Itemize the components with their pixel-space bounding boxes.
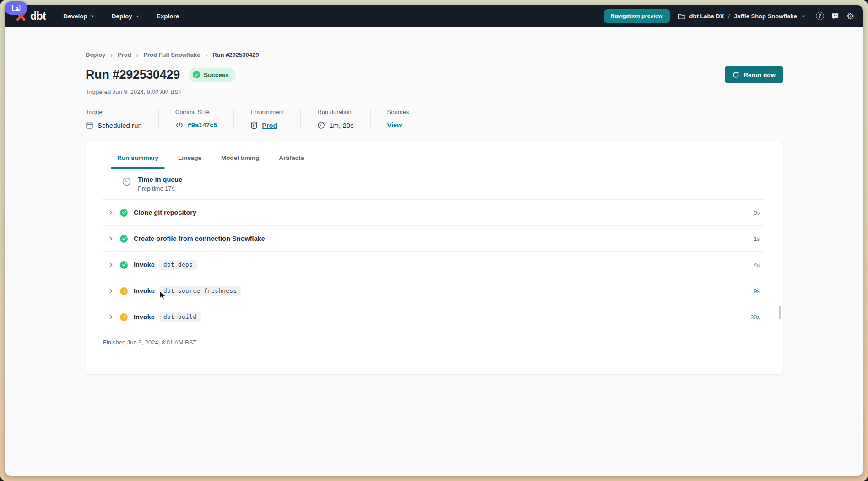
step-duration: 30s	[750, 314, 760, 321]
step-label: Invoke	[134, 287, 155, 295]
primary-nav: Develop Deploy Explore	[63, 13, 179, 20]
warning-icon	[120, 287, 128, 295]
step-label: Invoke	[134, 261, 155, 268]
success-icon	[120, 261, 128, 269]
calendar-icon	[86, 121, 93, 129]
commit-sha-link[interactable]: #9a147c5	[188, 121, 217, 129]
feedback-icon[interactable]	[831, 12, 840, 21]
time-in-queue-row: Time in queue Prep time 17s	[86, 168, 783, 199]
app-window: dbt Develop Deploy Explore Navigation pr…	[5, 5, 863, 476]
step-row-dbt-deps[interactable]: Invoke dbt deps 4s	[86, 252, 783, 278]
meta-sources: Sources View	[371, 109, 426, 129]
nav-menu-label: Deploy	[112, 13, 132, 20]
success-check-icon	[193, 71, 200, 78]
nav-menu-deploy[interactable]: Deploy	[112, 13, 140, 20]
meta-trigger: Trigger Scheduled run	[86, 109, 158, 129]
chevron-right-icon[interactable]	[108, 288, 114, 294]
triggered-timestamp: Triggered Jun 9, 2024, 8:00 AM BST	[86, 88, 783, 95]
step-label: Create profile from connection Snowflake	[134, 235, 265, 242]
nav-right-group: Navigation preview dbt Labs DX / Jaffle …	[604, 9, 854, 23]
breadcrumb-item-run: Run #292530429	[212, 51, 259, 58]
step-command: dbt build	[159, 312, 201, 322]
status-label: Success	[204, 71, 229, 78]
step-duration: 1s	[754, 235, 760, 242]
nav-menu-explore[interactable]: Explore	[157, 13, 179, 20]
account-project-switcher[interactable]: dbt Labs DX / Jaffle Shop Snowflake	[678, 12, 806, 20]
chevron-right-icon[interactable]	[108, 235, 114, 242]
screen-share-badge[interactable]	[5, 1, 27, 15]
meta-environment: Environment	[234, 109, 300, 129]
scrollbar-thumb[interactable]	[779, 306, 781, 319]
breadcrumb-item-deploy[interactable]: Deploy	[86, 51, 105, 58]
warning-icon	[120, 313, 128, 321]
status-badge: Success	[189, 68, 236, 82]
environment-link[interactable]: Prod	[262, 122, 277, 129]
tab-run-summary[interactable]: Run summary	[111, 154, 165, 168]
step-row-create-profile[interactable]: Create profile from connection Snowflake…	[86, 226, 783, 251]
timer-icon	[122, 177, 131, 186]
breadcrumb-item-job[interactable]: Prod Full Snowflake	[143, 51, 200, 58]
step-label: Clone git repository	[134, 209, 196, 216]
chevron-down-icon	[135, 14, 140, 19]
nav-menu-label: Explore	[157, 13, 179, 20]
tab-lineage[interactable]: Lineage	[172, 154, 208, 168]
nav-menu-develop[interactable]: Develop	[63, 13, 95, 20]
run-meta-row: Trigger Scheduled run Commit SHA	[86, 109, 783, 129]
page-content: Deploy › Prod › Prod Full Snowflake › Ru…	[5, 27, 863, 476]
code-icon	[175, 122, 184, 129]
step-command: dbt deps	[159, 260, 197, 270]
meta-label: Run duration	[317, 109, 353, 115]
breadcrumb-separator: ›	[136, 52, 139, 58]
refresh-icon	[732, 71, 739, 78]
step-row-dbt-source-freshness[interactable]: Invoke dbt source freshness 9s	[86, 278, 783, 304]
meta-value: 1m, 20s	[329, 121, 353, 129]
step-row-clone-git[interactable]: Clone git repository 9s	[86, 200, 783, 225]
breadcrumb-separator: ›	[206, 52, 208, 58]
page-title: Run #292530429	[86, 68, 180, 82]
chevron-down-icon	[801, 14, 806, 19]
step-duration: 9s	[754, 209, 760, 216]
rerun-now-label: Rerun now	[743, 71, 776, 78]
database-icon	[250, 121, 258, 129]
step-label: Invoke	[134, 313, 155, 321]
folder-icon	[678, 12, 686, 20]
step-row-dbt-build[interactable]: Invoke dbt build 30s	[86, 304, 783, 330]
help-icon[interactable]: ?	[816, 12, 824, 20]
meta-run-duration: Run duration 1m, 20s	[301, 109, 370, 129]
account-name: dbt Labs DX	[689, 13, 724, 20]
project-name: Jaffle Shop Snowflake	[734, 13, 797, 20]
account-separator: /	[727, 13, 730, 20]
meta-label: Sources	[387, 109, 409, 115]
meta-value: Scheduled run	[98, 121, 142, 129]
success-icon	[120, 209, 128, 217]
top-nav: dbt Develop Deploy Explore Navigation pr…	[5, 5, 863, 27]
gear-icon[interactable]: ⚙	[846, 12, 854, 21]
prep-time-link[interactable]: Prep time 17s	[138, 185, 174, 192]
tab-artifacts[interactable]: Artifacts	[272, 154, 310, 168]
queue-title: Time in queue	[138, 176, 182, 183]
step-duration: 4s	[754, 262, 760, 268]
breadcrumb: Deploy › Prod › Prod Full Snowflake › Ru…	[86, 27, 783, 58]
screen-user-icon	[11, 3, 21, 13]
step-duration: 9s	[754, 288, 760, 295]
chevron-right-icon[interactable]	[108, 209, 114, 216]
tab-model-timing[interactable]: Model timing	[215, 154, 266, 168]
step-command: dbt source freshness	[159, 286, 241, 296]
breadcrumb-item-prod[interactable]: Prod	[118, 51, 131, 58]
nav-utility-icons: ? ⚙	[816, 12, 854, 21]
chevron-right-icon[interactable]	[108, 262, 114, 268]
meta-commit-sha: Commit SHA #9a147c5	[159, 109, 234, 129]
run-summary-card: Run summary Lineage Model timing Artifac…	[86, 142, 783, 375]
page-header: Run #292530429 Success Rerun now	[86, 66, 783, 83]
rerun-now-button[interactable]: Rerun now	[725, 66, 783, 83]
chevron-right-icon[interactable]	[108, 314, 114, 320]
meta-label: Commit SHA	[175, 109, 217, 115]
finished-timestamp: Finished Jun 9, 2024, 8:01 AM BST	[86, 330, 783, 346]
meta-label: Environment	[250, 109, 284, 115]
sources-view-link[interactable]: View	[387, 121, 402, 129]
nav-menu-label: Develop	[63, 13, 87, 20]
success-icon	[120, 235, 128, 243]
navigation-preview-button[interactable]: Navigation preview	[604, 9, 670, 23]
tab-bar: Run summary Lineage Model timing Artifac…	[86, 142, 783, 168]
meta-label: Trigger	[86, 109, 142, 115]
